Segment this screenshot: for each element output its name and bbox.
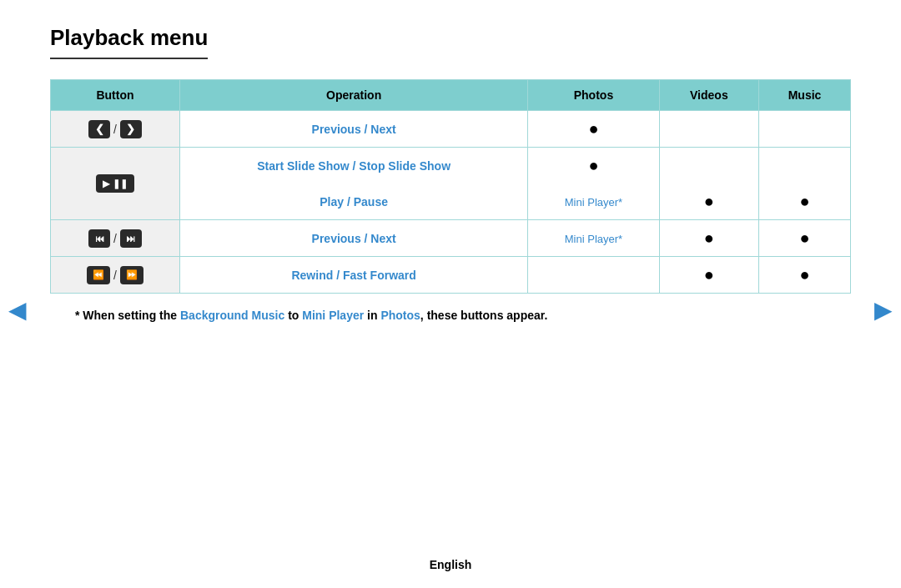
- col-header-button: Button: [51, 80, 180, 111]
- page-title: Playback menu: [50, 25, 208, 59]
- music-prev-next: [759, 111, 851, 148]
- footnote: * When setting the Background Music to M…: [50, 309, 851, 322]
- prev-button-icon: ❮: [88, 120, 110, 138]
- btn-group-prev-next: ❮ / ❯: [63, 120, 168, 138]
- bullet: ●: [799, 229, 809, 247]
- operation-prev-next: Previous / Next: [180, 111, 528, 148]
- next-track-icon: ⏭: [120, 229, 142, 248]
- footnote-in: in: [364, 309, 380, 322]
- music-play-pause: ●: [759, 183, 851, 220]
- operation-track-prev-next: Previous / Next: [180, 220, 528, 257]
- button-cell-prev-next: ❮ / ❯: [51, 111, 180, 148]
- photos-rewind-ff: [528, 257, 659, 294]
- videos-rewind-ff: ●: [659, 257, 758, 294]
- photos-play-pause: Mini Player*: [528, 183, 659, 220]
- play-pause-icon: ▶ ❚❚: [96, 174, 133, 193]
- bullet: ●: [799, 265, 809, 284]
- playback-table: Button Operation Photos Videos Music ❮ /…: [50, 79, 851, 294]
- rewind-icon: ⏪: [87, 266, 110, 284]
- bullet: ●: [588, 119, 598, 138]
- btn-group-rewind-ff: ⏪ / ⏩: [63, 266, 168, 284]
- col-header-photos: Photos: [528, 80, 659, 111]
- col-header-music: Music: [759, 80, 851, 111]
- videos-track-prev-next: ●: [659, 220, 758, 257]
- col-header-videos: Videos: [659, 80, 758, 111]
- footnote-bg-music: Background Music: [180, 309, 284, 322]
- videos-prev-next: [659, 111, 758, 148]
- button-cell-track-prev-next: ⏮ / ⏭: [51, 220, 180, 257]
- table-row-slideshow: ▶ ❚❚ Start Slide Show / Stop Slide Show …: [51, 148, 851, 184]
- videos-play-pause: ●: [659, 183, 758, 220]
- button-cell-rewind-ff: ⏪ / ⏩: [51, 257, 180, 294]
- photos-track-prev-next: Mini Player*: [528, 220, 659, 257]
- operation-slideshow: Start Slide Show / Stop Slide Show: [180, 148, 528, 184]
- mini-player-text-2: Mini Player*: [565, 233, 622, 245]
- bullet: ●: [704, 265, 714, 284]
- bullet: ●: [799, 192, 809, 210]
- table-row: ❮ / ❯ Previous / Next ●: [51, 111, 851, 148]
- fast-forward-icon: ⏩: [120, 266, 143, 284]
- mini-player-text: Mini Player*: [565, 196, 622, 209]
- operation-play-pause: Play / Pause: [180, 183, 528, 220]
- bullet: ●: [704, 229, 714, 247]
- footnote-prefix: * When setting the: [75, 309, 180, 322]
- btn-group-play-pause: ▶ ❚❚: [63, 174, 168, 193]
- slash-separator: /: [113, 269, 117, 282]
- language-label: English: [430, 558, 472, 571]
- footer-language: English: [0, 558, 901, 571]
- slash-separator: /: [113, 232, 117, 245]
- photos-prev-next: ●: [528, 111, 659, 148]
- nav-arrow-left[interactable]: ◀: [8, 296, 27, 324]
- bullet: ●: [704, 192, 714, 210]
- operation-rewind-ff: Rewind / Fast Forward: [180, 257, 528, 294]
- music-slideshow: [759, 148, 851, 184]
- music-rewind-ff: ●: [759, 257, 851, 294]
- photos-slideshow: ●: [528, 148, 659, 184]
- col-header-operation: Operation: [180, 80, 528, 111]
- footnote-mini-player: Mini Player: [302, 309, 364, 322]
- btn-group-track: ⏮ / ⏭: [63, 229, 168, 248]
- button-cell-play-pause: ▶ ❚❚: [51, 148, 180, 220]
- slash-separator: /: [113, 123, 117, 136]
- page-container: Playback menu Button Operation Photos Vi…: [0, 0, 901, 372]
- footnote-to: to: [284, 309, 302, 322]
- nav-arrow-right[interactable]: ▶: [874, 296, 893, 324]
- next-button-icon: ❯: [120, 120, 142, 138]
- videos-slideshow: [659, 148, 758, 184]
- table-row-rewind-ff: ⏪ / ⏩ Rewind / Fast Forward ● ●: [51, 257, 851, 294]
- music-track-prev-next: ●: [759, 220, 851, 257]
- footnote-photos: Photos: [380, 309, 420, 322]
- prev-track-icon: ⏮: [88, 229, 110, 248]
- bullet: ●: [588, 156, 598, 174]
- table-row-track-prev-next: ⏮ / ⏭ Previous / Next Mini Player* ● ●: [51, 220, 851, 257]
- footnote-suffix: , these buttons appear.: [420, 309, 547, 322]
